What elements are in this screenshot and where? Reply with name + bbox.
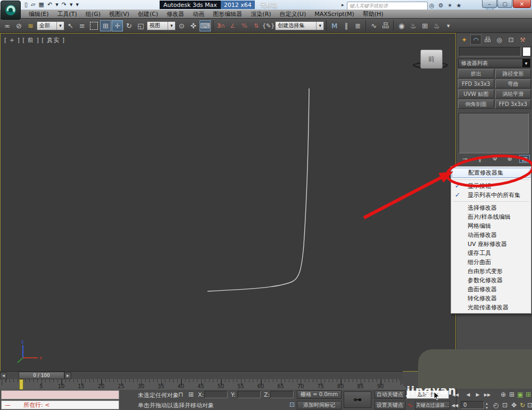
redo-dropdown-icon[interactable]: ▾ — [69, 1, 74, 8]
pin-stack-icon[interactable]: ⊸ — [460, 155, 470, 163]
x-coordinate-field[interactable] — [204, 391, 228, 398]
menu-item-subdivision-surfaces[interactable]: 细分曲面 — [451, 258, 531, 267]
curve-editor-icon[interactable]: ∿ — [368, 20, 379, 31]
isolate-selection-icon[interactable]: ⊡ — [501, 401, 509, 409]
modifier-button-bevelprofile[interactable]: 倒角剖面 — [458, 100, 494, 109]
maximize-button[interactable]: ▢ — [497, 0, 512, 8]
search-flyout-icon[interactable]: ▸ — [342, 2, 344, 7]
key-mode-toggle-icon[interactable]: ◀◀ — [451, 401, 459, 409]
absolute-offset-toggle-icon[interactable]: ⊡ — [288, 400, 296, 409]
menu-item-configure-modifier-sets[interactable]: 配置修改器集 — [452, 168, 530, 178]
select-and-link-icon[interactable]: ∞ — [2, 20, 13, 31]
object-name-field[interactable] — [459, 47, 521, 56]
qat-customize-icon[interactable]: ▾ — [74, 1, 80, 8]
menu-item-uv-coordinate-modifiers[interactable]: UV 座标修改器 — [451, 240, 531, 249]
zoom-icon[interactable]: ⊕ — [499, 390, 508, 399]
rectangular-selection-region-icon[interactable] — [88, 20, 99, 31]
select-and-manipulate-icon[interactable]: ✜ — [188, 20, 199, 31]
go-to-end-icon[interactable]: ▶▶ — [483, 390, 492, 399]
tab-modify-icon[interactable]: ◠ — [470, 35, 481, 45]
absolute-mode-xyz-icon[interactable]: ⊞ — [187, 390, 195, 399]
object-color-swatch[interactable] — [522, 47, 531, 56]
menu-item-parametric-modifiers[interactable]: 参数化修改器 — [451, 276, 531, 285]
current-frame-field[interactable]: 0 — [461, 401, 484, 409]
align-icon[interactable]: ∥ — [340, 20, 352, 31]
open-file-icon[interactable]: ▱ — [30, 1, 36, 8]
select-and-move-icon[interactable]: ✛ — [112, 20, 123, 31]
modifier-list-dropdown[interactable]: 修改器列表 ▾ — [458, 59, 530, 68]
tab-utilities-icon[interactable]: ⚒ — [517, 35, 528, 45]
key-filters-button[interactable]: 关键点过滤器... — [415, 401, 450, 409]
menu-item-conversion-modifiers[interactable]: 转化修改器 — [451, 294, 531, 303]
menu-edit[interactable]: 编辑(E) — [24, 10, 53, 18]
zoom-all-icon[interactable]: ⊞ — [508, 390, 516, 399]
menu-item-show-buttons[interactable]: ✓ 显示按钮 — [451, 182, 531, 191]
selection-lock-icon[interactable]: ⊓ — [177, 390, 185, 399]
schematic-view-icon[interactable]: 品 — [380, 20, 391, 31]
menu-modifiers[interactable]: 修改器 — [162, 10, 188, 18]
named-selection-sets-dropdown[interactable]: 创建选择集 ▾ — [275, 21, 324, 30]
menu-item-surface-modifiers[interactable]: 曲面修改器 — [451, 285, 531, 294]
menu-help[interactable]: 帮助(H) — [359, 10, 388, 18]
menu-group[interactable]: 组(G) — [81, 10, 105, 18]
minimize-button[interactable]: – — [482, 0, 497, 8]
menu-item-selection-modifiers[interactable]: 选择修改器 — [451, 203, 531, 212]
menu-item-mesh-editing[interactable]: 网格编辑 — [451, 222, 531, 231]
time-configuration-icon[interactable]: ◴ — [492, 401, 500, 409]
percent-snap-icon[interactable]: % — [239, 20, 250, 31]
render-production-icon[interactable]: ♨ — [431, 20, 442, 31]
menu-item-free-form-deformations[interactable]: 自由形式变形 — [451, 267, 531, 276]
tab-hierarchy-icon[interactable]: 品 — [482, 35, 493, 45]
redo-icon[interactable]: ↷ — [61, 1, 68, 8]
unlink-selection-icon[interactable]: ⊘ — [13, 20, 24, 31]
favorites-star-icon[interactable]: ★ — [454, 2, 463, 10]
set-key-button[interactable]: 设置关键点 — [375, 401, 405, 409]
modifier-stack-list[interactable] — [459, 113, 529, 153]
menu-maxscript[interactable]: MAXScript(M) — [310, 11, 359, 18]
time-slider-track[interactable]: ◂ 0 / 100 ▸ — [0, 371, 403, 379]
z-coordinate-field[interactable] — [270, 391, 294, 398]
mirror-icon[interactable]: M — [329, 20, 340, 31]
modifier-button-extrude[interactable]: 挤出 — [458, 69, 494, 78]
snap-toggle-icon[interactable]: 3∩ — [215, 20, 227, 31]
communication-center-icon[interactable]: ✶ — [445, 2, 454, 10]
y-coordinate-field[interactable] — [237, 391, 261, 398]
select-and-scale-icon[interactable]: ◱ — [135, 20, 146, 31]
render-setup-icon[interactable]: ♨ — [408, 20, 419, 31]
play-animation-icon[interactable]: ▶ — [473, 390, 482, 399]
maxscript-macro-recorder-line[interactable] — [1, 390, 119, 399]
time-slider-prev-icon[interactable]: ◂ — [0, 372, 7, 379]
show-end-result-icon[interactable]: ‖ — [475, 155, 485, 163]
tab-create-icon[interactable]: ✦ — [459, 35, 470, 45]
zoom-extents-icon[interactable]: ▣ — [516, 390, 525, 399]
track-bar-ruler[interactable]: 0510 152025 303540 455055 606570 758085 … — [0, 379, 410, 390]
layer-manager-icon[interactable]: ≣ — [352, 20, 363, 31]
menu-item-show-all-sets[interactable]: ✓ 显示列表中的所有集 — [451, 191, 531, 200]
subscription-wrench-icon[interactable]: ⚙ — [436, 2, 445, 10]
undo-dropdown-icon[interactable]: ▾ — [54, 1, 60, 8]
menu-item-radiosity-modifiers[interactable]: 光能传递修改器 — [451, 303, 531, 312]
new-key-curve-icon[interactable]: ∿ — [406, 401, 414, 409]
select-and-rotate-icon[interactable]: ↻ — [123, 20, 135, 31]
new-file-icon[interactable]: ▯ — [23, 1, 29, 8]
make-unique-icon[interactable]: Ψ — [489, 155, 500, 163]
rendered-frame-window-icon[interactable]: ⊞ — [419, 20, 430, 31]
window-crossing-toggle-icon[interactable]: ⊞ — [100, 20, 111, 31]
keyboard-shortcut-override-icon[interactable]: ⌨ — [200, 20, 211, 31]
menu-animation[interactable]: 动画 — [188, 10, 209, 18]
spinner-snap-icon[interactable]: ⇅ — [251, 20, 262, 31]
save-file-icon[interactable]: ▦ — [38, 1, 45, 8]
modifier-button-turbosmooth[interactable]: 涡轮平滑 — [495, 89, 531, 99]
menu-rendering[interactable]: 渲染(R) — [246, 10, 275, 18]
menu-tools[interactable]: 工具(T) — [53, 10, 81, 18]
remove-modifier-icon[interactable]: ⊗ — [504, 155, 515, 163]
modifier-button-ffd3x3x3[interactable]: FFD 3x3x3 — [458, 79, 494, 88]
angle-snap-icon[interactable]: ∠ — [227, 20, 238, 31]
menu-item-cache-tools[interactable]: 缓存工具 — [451, 249, 531, 258]
maximize-viewport-toggle-icon[interactable]: ⊡ — [526, 401, 532, 409]
reference-coordinate-dropdown[interactable]: 视图 ▾ — [147, 21, 176, 30]
auto-key-button[interactable]: 自动关键点 — [375, 390, 405, 399]
undo-icon[interactable]: ↶ — [46, 1, 53, 8]
select-object-icon[interactable]: ↖ — [65, 20, 76, 31]
tab-display-icon[interactable]: ⊡ — [505, 35, 517, 45]
